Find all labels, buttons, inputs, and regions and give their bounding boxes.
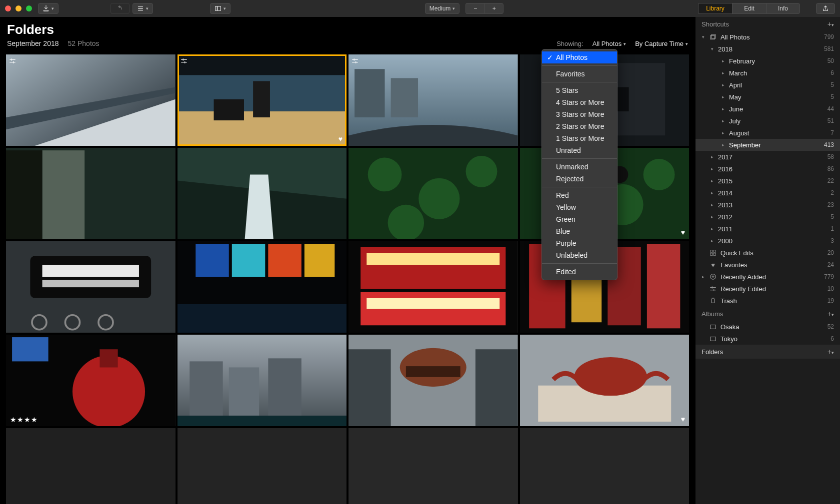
thumbnail-size-select[interactable]: Medium ▾ (425, 3, 460, 14)
svg-rect-79 (714, 250, 716, 252)
filter-select[interactable]: All Photos▾ (592, 40, 626, 47)
thumbnail[interactable]: ★★★★ (6, 335, 176, 426)
filter-option[interactable]: Unlabeled (542, 249, 617, 261)
filter-option[interactable]: All Photos (542, 51, 617, 63)
svg-rect-57 (100, 349, 118, 367)
sidebar-album[interactable]: Osaka52 (696, 321, 840, 333)
sidebar-item-quick-edits[interactable]: Quick Edits20 (696, 247, 840, 259)
filter-option[interactable]: Green (542, 213, 617, 225)
thumbnail[interactable] (348, 148, 518, 239)
svg-rect-11 (354, 69, 384, 117)
disclosure-right-icon: ▸ (720, 94, 726, 99)
filter-option[interactable]: Red (542, 189, 617, 201)
svg-rect-47 (366, 253, 500, 265)
svg-rect-66 (476, 349, 518, 426)
star-rating: ★★★★ (10, 416, 38, 424)
fullscreen-window-button[interactable] (26, 5, 32, 11)
svg-point-26 (388, 205, 424, 239)
share-button[interactable] (816, 3, 835, 14)
svg-rect-0 (216, 6, 218, 11)
stack-icon (709, 33, 717, 41)
thumbnail[interactable] (520, 428, 690, 504)
close-window-button[interactable] (5, 5, 11, 11)
adjustments-icon (352, 57, 358, 64)
sidebar-item-recently-edited[interactable]: Recently Edited10 (696, 283, 840, 295)
thumbnail[interactable] (6, 54, 176, 146)
thumbnail[interactable] (6, 241, 176, 333)
sidebar-section-albums: Albums +▾ (696, 307, 840, 321)
sidebar-month[interactable]: ▸August7 (696, 127, 840, 139)
filter-option[interactable]: 5 Stars (542, 84, 617, 96)
tab-library[interactable]: Library (698, 3, 732, 14)
svg-rect-8 (253, 81, 270, 117)
filter-option[interactable]: Favorites (542, 68, 617, 80)
thumbnail[interactable] (348, 428, 518, 504)
sort-select[interactable]: By Capture Time▾ (635, 40, 688, 47)
minimize-window-button[interactable] (16, 5, 22, 11)
add-folder-button[interactable]: +▾ (828, 348, 834, 356)
thumbnail[interactable] (178, 428, 347, 504)
sidebar-year[interactable]: ▸201758 (696, 151, 840, 163)
sidebar-month[interactable]: ▸March6 (696, 67, 840, 79)
sidebar-month[interactable]: ▸February50 (696, 55, 840, 67)
sidebar-item-recently-added[interactable]: ▸Recently Added779 (696, 271, 840, 283)
trash-icon (709, 297, 717, 305)
filter-option[interactable]: Blue (542, 225, 617, 237)
sidebar-year[interactable]: ▸20125 (696, 211, 840, 223)
share-icon (822, 5, 829, 12)
sidebar-item-trash[interactable]: Trash19 (696, 295, 840, 307)
add-shortcut-button[interactable]: +▾ (828, 20, 834, 28)
sidebar-month[interactable]: ▸July51 (696, 115, 840, 127)
tab-edit[interactable]: Edit (732, 3, 766, 14)
filter-option[interactable]: 2 Stars or More (542, 120, 617, 132)
thumbnail[interactable] (6, 148, 176, 239)
zoom-in-button[interactable]: + (484, 3, 504, 14)
svg-rect-44 (178, 304, 347, 333)
sidebar-month[interactable]: ▸June44 (696, 103, 840, 115)
sidebar-month[interactable]: ▸May5 (696, 91, 840, 103)
sidebar-year[interactable]: ▸201522 (696, 175, 840, 187)
thumbnail[interactable] (178, 335, 347, 426)
quick-edits-icon (709, 249, 717, 257)
tab-info[interactable]: Info (766, 3, 800, 14)
import-button[interactable]: ▾ (38, 3, 58, 14)
sidebar-year[interactable]: ▸201686 (696, 163, 840, 175)
thumbnail[interactable]: ♥ (520, 335, 690, 426)
filter-option[interactable]: Unrated (542, 144, 617, 156)
thumbnail[interactable]: ♥ (178, 54, 347, 146)
svg-rect-81 (714, 253, 716, 255)
recently-added-icon (709, 273, 717, 281)
thumbnail[interactable] (6, 428, 176, 504)
filter-option[interactable]: Purple (542, 237, 617, 249)
thumbnail[interactable] (348, 335, 518, 426)
thumbnail[interactable] (178, 241, 347, 333)
sidebar-year[interactable]: ▸20111 (696, 223, 840, 235)
sidebar-month[interactable]: ▸April5 (696, 79, 840, 91)
disclosure-right-icon: ▸ (710, 154, 714, 159)
disclosure-right-icon: ▸ (720, 106, 726, 111)
filter-option[interactable]: Edited (542, 266, 617, 278)
add-album-button[interactable]: +▾ (828, 310, 834, 318)
filter-option[interactable]: 3 Stars or More (542, 108, 617, 120)
filter-dropdown[interactable]: All PhotosFavorites5 Stars4 Stars or Mor… (542, 49, 618, 280)
filter-option[interactable]: Rejected (542, 173, 617, 185)
thumbnail[interactable] (348, 241, 518, 333)
sidebar-year[interactable]: ▸201323 (696, 199, 840, 211)
filter-option[interactable]: 4 Stars or More (542, 96, 617, 108)
sidebar-item-favorites[interactable]: ♥Favorites24 (696, 259, 840, 271)
sidebar-year[interactable]: ▾2018581 (696, 43, 840, 55)
sidebar-album[interactable]: Tokyo6 (696, 333, 840, 345)
filter-option[interactable]: 1 Stars or More (542, 132, 617, 144)
sidebar-item-all-photos[interactable]: ▾ All Photos 799 (696, 31, 840, 43)
view-mode-button[interactable]: ▾ (210, 3, 230, 14)
thumbnail[interactable] (178, 148, 347, 239)
thumbnail[interactable] (348, 54, 518, 146)
zoom-out-button[interactable]: − (466, 3, 484, 14)
filter-option[interactable]: Unmarked (542, 161, 617, 173)
undo-button[interactable] (110, 3, 130, 14)
sidebar-year[interactable]: ▸20003 (696, 235, 840, 247)
list-style-button[interactable]: ▾ (132, 3, 153, 14)
filter-option[interactable]: Yellow (542, 201, 617, 213)
sidebar-year[interactable]: ▸20142 (696, 187, 840, 199)
sidebar-month[interactable]: ▸September413 (696, 139, 840, 151)
